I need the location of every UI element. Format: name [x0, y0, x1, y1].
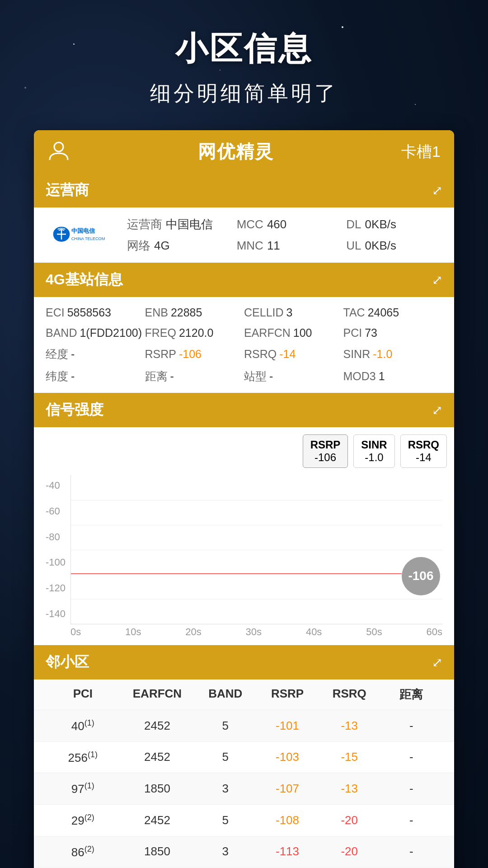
mod3-item: MOD3 1 [343, 369, 443, 384]
signal-section-title: 信号强度 [46, 400, 103, 420]
rsrq-button[interactable]: RSRQ -14 [400, 434, 447, 468]
rsrp-item: RSRP -106 [145, 347, 244, 362]
row4-pci: 29(2) [46, 813, 120, 828]
svg-text:CHINA TELECOM: CHINA TELECOM [71, 236, 105, 241]
rsrq-item: RSRQ -14 [244, 347, 343, 362]
network-item: 网络 4G [127, 238, 223, 254]
latitude-item: 纬度 - [46, 369, 145, 384]
row4-rsrq: -20 [319, 813, 380, 827]
signal-chart-section: RSRP -106 SINR -1.0 RSRQ -14 -40 -60 -80 [34, 427, 454, 645]
card-header: 网优精灵 卡槽1 [34, 130, 454, 173]
row5-earfcn: 1850 [120, 844, 195, 859]
rsrp-button[interactable]: RSRP -106 [303, 434, 348, 468]
operator-logo: 中国电信 CHINA TELECOM [46, 222, 118, 249]
freq-item: FREQ 2120.0 [145, 326, 244, 340]
eci-item: ECI 5858563 [46, 306, 145, 319]
operator-name-label: 运营商 [127, 217, 162, 232]
row2-earfcn: 2452 [120, 750, 195, 764]
row3-pci: 97(1) [46, 781, 120, 796]
current-value-badge: -106 [402, 557, 440, 595]
row3-band: 3 [194, 782, 256, 796]
station-section-header[interactable]: 4G基站信息 ⤢ [34, 263, 454, 297]
table-row: 29(2) 2452 5 -108 -20 - [34, 805, 454, 836]
row3-rsrq: -13 [319, 782, 380, 796]
operator-expand-icon[interactable]: ⤢ [432, 183, 442, 198]
neighbor-table-header: PCI EARFCN BAND RSRP RSRQ 距离 [34, 679, 454, 710]
row1-band: 5 [194, 719, 256, 733]
row5-rsrp: -113 [256, 844, 318, 859]
y-label-80: -80 [46, 531, 70, 543]
operator-name-value: 中国电信 [166, 217, 213, 232]
mnc-item: MNC 11 [237, 238, 333, 254]
row5-pci: 86(2) [46, 844, 120, 859]
th-band: BAND [194, 687, 256, 703]
table-row: 97(1) 1850 3 -107 -13 - [34, 773, 454, 805]
operator-name-item: 运营商 中国电信 [127, 217, 223, 232]
signal-section-header[interactable]: 信号强度 ⤢ [34, 393, 454, 427]
signal-expand-icon[interactable]: ⤢ [432, 403, 442, 418]
row5-band: 3 [194, 844, 256, 859]
slot-label: 卡槽1 [401, 142, 441, 162]
network-value: 4G [154, 239, 170, 253]
row3-distance: - [380, 782, 442, 796]
neighbor-section-header[interactable]: 邻小区 ⤢ [34, 645, 454, 679]
sinr-item: SINR -1.0 [343, 347, 443, 362]
svg-point-0 [54, 142, 63, 151]
mnc-label: MNC [237, 239, 263, 253]
row1-pci: 40(1) [46, 718, 120, 733]
operator-section-title: 运营商 [46, 180, 89, 200]
mcc-value: 460 [267, 217, 286, 231]
tac-item: TAC 24065 [343, 306, 443, 319]
row5-rsrq: -20 [319, 844, 380, 859]
table-row: 40(1) 2452 5 -101 -13 - [34, 710, 454, 742]
th-pci: PCI [46, 687, 120, 703]
mnc-value: 11 [267, 239, 280, 253]
row4-rsrp: -108 [256, 813, 318, 827]
dl-value: 0KB/s [365, 217, 396, 231]
station-grid: ECI 5858563 ENB 22885 CELLID 3 TAC 24065… [34, 297, 454, 393]
th-earfcn: EARFCN [120, 687, 195, 703]
earfcn-item: EARFCN 100 [244, 326, 343, 340]
operator-section: 中国电信 CHINA TELECOM 运营商 中国电信 MCC 460 DL 0… [34, 208, 454, 263]
neighbor-expand-icon[interactable]: ⤢ [432, 655, 442, 670]
ul-value: 0KB/s [365, 239, 396, 253]
th-rsrp: RSRP [256, 687, 318, 703]
row1-rsrp: -101 [256, 719, 318, 733]
x-label-50s: 50s [366, 626, 382, 638]
row3-rsrp: -107 [256, 782, 318, 796]
network-label: 网络 [127, 238, 150, 254]
row1-earfcn: 2452 [120, 719, 195, 733]
dl-item: DL 0KB/s [346, 217, 442, 232]
dl-label: DL [346, 217, 361, 231]
svg-text:中国电信: 中国电信 [71, 227, 95, 234]
pci-item: PCI 73 [343, 326, 443, 340]
row4-band: 5 [194, 813, 256, 827]
table-row: 86(2) 1850 3 -113 -20 - [34, 836, 454, 868]
app-title: 网优精灵 [198, 139, 274, 164]
ul-item: UL 0KB/s [346, 238, 442, 254]
station-expand-icon[interactable]: ⤢ [432, 273, 442, 288]
chart-buttons: RSRP -106 SINR -1.0 RSRQ -14 [41, 434, 447, 468]
mcc-item: MCC 460 [237, 217, 333, 232]
user-icon [47, 140, 70, 164]
longitude-item: 经度 - [46, 347, 145, 362]
row3-earfcn: 1850 [120, 782, 195, 796]
th-distance: 距离 [380, 687, 442, 703]
operator-section-header[interactable]: 运营商 ⤢ [34, 173, 454, 208]
x-label-60s: 60s [426, 626, 442, 638]
y-label-100: -100 [46, 557, 70, 568]
cellid-item: CELLID 3 [244, 306, 343, 319]
main-card: 网优精灵 卡槽1 运营商 ⤢ 中国电信 CHINA TELECOM [34, 130, 454, 868]
row2-distance: - [380, 750, 442, 764]
sinr-button[interactable]: SINR -1.0 [353, 434, 394, 468]
distance-item: 距离 - [145, 369, 244, 384]
y-label-40: -40 [46, 480, 70, 491]
x-label-10s: 10s [125, 626, 141, 638]
page-title: 小区信息 [0, 27, 488, 71]
th-rsrq: RSRQ [319, 687, 380, 703]
row5-distance: - [380, 844, 442, 859]
station-section-title: 4G基站信息 [46, 270, 123, 290]
row1-rsrq: -13 [319, 719, 380, 733]
x-label-20s: 20s [185, 626, 201, 638]
operator-info: 运营商 中国电信 MCC 460 DL 0KB/s 网络 4G MNC 11 [127, 217, 442, 254]
